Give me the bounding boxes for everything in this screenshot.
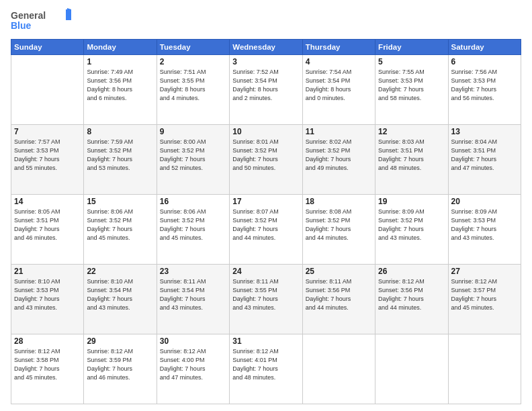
day-cell (302, 334, 375, 404)
day-detail: Sunrise: 8:11 AMSunset: 3:55 PMDaylight:… (232, 277, 299, 312)
day-detail: Sunrise: 8:12 AMSunset: 4:00 PMDaylight:… (160, 347, 226, 382)
day-cell: 13Sunrise: 8:04 AMSunset: 3:51 PMDayligh… (448, 125, 521, 195)
day-number: 20 (451, 197, 518, 206)
day-cell (11, 55, 84, 125)
day-detail: Sunrise: 7:51 AMSunset: 3:55 PMDaylight:… (160, 68, 226, 103)
day-number: 8 (87, 127, 153, 136)
day-number: 4 (306, 57, 372, 66)
day-cell: 31Sunrise: 8:12 AMSunset: 4:01 PMDayligh… (230, 334, 302, 404)
day-number: 1 (87, 57, 153, 66)
day-number: 19 (378, 197, 445, 206)
day-detail: Sunrise: 8:09 AMSunset: 3:52 PMDaylight:… (378, 208, 445, 242)
day-detail: Sunrise: 7:55 AMSunset: 3:53 PMDaylight:… (378, 68, 445, 103)
day-detail: Sunrise: 8:12 AMSunset: 3:58 PMDaylight:… (14, 347, 81, 382)
day-detail: Sunrise: 8:02 AMSunset: 3:52 PMDaylight:… (306, 138, 372, 173)
calendar-page: General Blue SundayMondayTuesdayWednesda… (0, 0, 532, 411)
day-number: 5 (378, 57, 445, 66)
day-number: 22 (87, 267, 153, 276)
day-number: 29 (87, 336, 153, 346)
day-cell: 10Sunrise: 8:01 AMSunset: 3:52 PMDayligh… (230, 125, 302, 195)
day-cell: 20Sunrise: 8:09 AMSunset: 3:53 PMDayligh… (448, 195, 521, 265)
day-cell: 26Sunrise: 8:12 AMSunset: 3:56 PMDayligh… (375, 265, 448, 334)
weekday-thursday: Thursday (302, 40, 375, 55)
day-number: 17 (232, 197, 299, 206)
day-number: 7 (14, 127, 81, 136)
day-detail: Sunrise: 8:06 AMSunset: 3:52 PMDaylight:… (87, 208, 153, 242)
day-number: 3 (232, 57, 299, 66)
day-cell: 28Sunrise: 8:12 AMSunset: 3:58 PMDayligh… (11, 334, 84, 404)
day-number: 16 (160, 197, 226, 206)
day-detail: Sunrise: 8:07 AMSunset: 3:52 PMDaylight:… (232, 208, 299, 242)
day-detail: Sunrise: 8:09 AMSunset: 3:53 PMDaylight:… (451, 208, 518, 242)
day-detail: Sunrise: 7:57 AMSunset: 3:53 PMDaylight:… (14, 138, 81, 173)
day-number: 13 (451, 127, 518, 136)
day-cell: 29Sunrise: 8:12 AMSunset: 3:59 PMDayligh… (84, 334, 157, 404)
calendar-table: SundayMondayTuesdayWednesdayThursdayFrid… (11, 39, 521, 404)
day-detail: Sunrise: 8:12 AMSunset: 3:59 PMDaylight:… (87, 347, 153, 382)
day-cell: 21Sunrise: 8:10 AMSunset: 3:53 PMDayligh… (11, 265, 84, 334)
day-cell: 23Sunrise: 8:11 AMSunset: 3:54 PMDayligh… (157, 265, 229, 334)
day-cell (448, 334, 521, 404)
day-detail: Sunrise: 8:11 AMSunset: 3:54 PMDaylight:… (160, 277, 226, 312)
weekday-tuesday: Tuesday (157, 40, 229, 55)
day-number: 31 (232, 336, 299, 346)
day-detail: Sunrise: 8:08 AMSunset: 3:52 PMDaylight:… (306, 208, 372, 242)
svg-text:General: General (11, 10, 46, 21)
week-row-1: 7Sunrise: 7:57 AMSunset: 3:53 PMDaylight… (11, 125, 521, 195)
day-detail: Sunrise: 8:00 AMSunset: 3:52 PMDaylight:… (160, 138, 226, 173)
day-detail: Sunrise: 8:10 AMSunset: 3:54 PMDaylight:… (87, 277, 153, 312)
day-cell: 2Sunrise: 7:51 AMSunset: 3:55 PMDaylight… (157, 55, 229, 125)
day-detail: Sunrise: 8:05 AMSunset: 3:51 PMDaylight:… (14, 208, 81, 242)
day-detail: Sunrise: 8:03 AMSunset: 3:51 PMDaylight:… (378, 138, 445, 173)
day-detail: Sunrise: 7:49 AMSunset: 3:56 PMDaylight:… (87, 68, 153, 103)
day-cell: 12Sunrise: 8:03 AMSunset: 3:51 PMDayligh… (375, 125, 448, 195)
weekday-friday: Friday (375, 40, 448, 55)
day-number: 27 (451, 267, 518, 276)
day-detail: Sunrise: 7:52 AMSunset: 3:54 PMDaylight:… (232, 68, 299, 103)
logo: General Blue (11, 8, 71, 34)
day-cell: 14Sunrise: 8:05 AMSunset: 3:51 PMDayligh… (11, 195, 84, 265)
day-detail: Sunrise: 8:01 AMSunset: 3:52 PMDaylight:… (232, 138, 299, 173)
svg-text:Blue: Blue (11, 20, 32, 31)
day-cell: 11Sunrise: 8:02 AMSunset: 3:52 PMDayligh… (302, 125, 375, 195)
day-number: 14 (14, 197, 81, 206)
day-cell: 24Sunrise: 8:11 AMSunset: 3:55 PMDayligh… (230, 265, 302, 334)
day-cell: 15Sunrise: 8:06 AMSunset: 3:52 PMDayligh… (84, 195, 157, 265)
day-detail: Sunrise: 8:12 AMSunset: 3:56 PMDaylight:… (378, 277, 445, 312)
day-cell: 16Sunrise: 8:06 AMSunset: 3:52 PMDayligh… (157, 195, 229, 265)
day-number: 26 (378, 267, 445, 276)
day-number: 24 (232, 267, 299, 276)
logo-svg: General Blue (11, 8, 71, 34)
day-number: 11 (306, 127, 372, 136)
week-row-3: 21Sunrise: 8:10 AMSunset: 3:53 PMDayligh… (11, 265, 521, 334)
day-detail: Sunrise: 8:04 AMSunset: 3:51 PMDaylight:… (451, 138, 518, 173)
day-cell: 3Sunrise: 7:52 AMSunset: 3:54 PMDaylight… (230, 55, 302, 125)
day-number: 6 (451, 57, 518, 66)
day-cell: 4Sunrise: 7:54 AMSunset: 3:54 PMDaylight… (302, 55, 375, 125)
day-detail: Sunrise: 8:06 AMSunset: 3:52 PMDaylight:… (160, 208, 226, 242)
day-number: 15 (87, 197, 153, 206)
day-cell: 6Sunrise: 7:56 AMSunset: 3:53 PMDaylight… (448, 55, 521, 125)
day-cell: 25Sunrise: 8:11 AMSunset: 3:56 PMDayligh… (302, 265, 375, 334)
day-cell (375, 334, 448, 404)
week-row-0: 1Sunrise: 7:49 AMSunset: 3:56 PMDaylight… (11, 55, 521, 125)
day-number: 23 (160, 267, 226, 276)
day-detail: Sunrise: 7:59 AMSunset: 3:52 PMDaylight:… (87, 138, 153, 173)
day-cell: 8Sunrise: 7:59 AMSunset: 3:52 PMDaylight… (84, 125, 157, 195)
day-cell: 9Sunrise: 8:00 AMSunset: 3:52 PMDaylight… (157, 125, 229, 195)
day-number: 2 (160, 57, 226, 66)
week-row-4: 28Sunrise: 8:12 AMSunset: 3:58 PMDayligh… (11, 334, 521, 404)
day-cell: 5Sunrise: 7:55 AMSunset: 3:53 PMDaylight… (375, 55, 448, 125)
day-detail: Sunrise: 7:54 AMSunset: 3:54 PMDaylight:… (306, 68, 372, 103)
day-detail: Sunrise: 8:11 AMSunset: 3:56 PMDaylight:… (306, 277, 372, 312)
day-number: 9 (160, 127, 226, 136)
day-number: 18 (306, 197, 372, 206)
day-cell: 17Sunrise: 8:07 AMSunset: 3:52 PMDayligh… (230, 195, 302, 265)
day-cell: 19Sunrise: 8:09 AMSunset: 3:52 PMDayligh… (375, 195, 448, 265)
day-number: 28 (14, 336, 81, 346)
weekday-header-row: SundayMondayTuesdayWednesdayThursdayFrid… (11, 40, 521, 55)
day-detail: Sunrise: 8:12 AMSunset: 4:01 PMDaylight:… (232, 347, 299, 382)
day-cell: 30Sunrise: 8:12 AMSunset: 4:00 PMDayligh… (157, 334, 229, 404)
day-number: 21 (14, 267, 81, 276)
day-cell: 7Sunrise: 7:57 AMSunset: 3:53 PMDaylight… (11, 125, 84, 195)
